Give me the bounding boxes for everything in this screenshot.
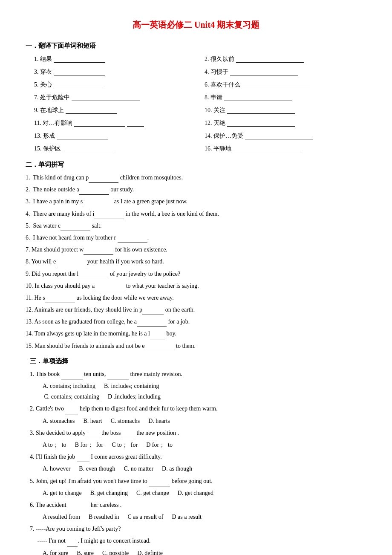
spell-item: 14. Tom always gets up late in the morni… bbox=[26, 328, 366, 339]
mcq-options: A. contains; including B. includes; cont… bbox=[43, 381, 366, 402]
vocab-item: 4. 习惯于 bbox=[205, 66, 366, 78]
vocab-item: 14. 保护…免受 bbox=[205, 130, 366, 142]
spell-item: 4. There are many kinds of i in the worl… bbox=[26, 208, 366, 219]
page-title: 高一英语必修二 Unit4 期末复习题 bbox=[26, 17, 366, 32]
vocab-item: 9. 在地球上 bbox=[34, 104, 196, 116]
vocab-item: 7. 处于危险中 bbox=[34, 92, 196, 104]
spell-item: 6. I have not heard from my brother r . bbox=[26, 232, 366, 243]
vocab-item: 12. 灭绝 bbox=[205, 117, 366, 129]
spell-item: 8. You will e your health if you work so… bbox=[26, 256, 366, 267]
vocab-item: 15. 保护区 bbox=[34, 143, 196, 155]
spell-item: 15. Man should be friends to animals and… bbox=[26, 341, 366, 351]
spell-item: 10. In class you should pay a to what yo… bbox=[26, 280, 366, 291]
section1: 一．翻译下面单词和短语 1. 结果 2. 很久以前 3. 穿衣 4. 习惯于 5… bbox=[26, 40, 366, 155]
section2-title: 二．单词拼写 bbox=[26, 159, 366, 171]
mcq-options: A to； to B for； for C to； for D for； to bbox=[43, 439, 366, 450]
mcq-options: A. however B. even though C. no matter D… bbox=[43, 463, 366, 474]
mcq-question: 6. The accident her careless . bbox=[30, 500, 366, 510]
vocab-item: 1. 结果 bbox=[34, 53, 196, 65]
mcq-question: 7. -----Are you coming to Jeff's party? bbox=[30, 523, 366, 534]
vocab-item: 8. 申请 bbox=[205, 92, 366, 104]
vocab-item: 13. 形成 bbox=[34, 130, 196, 142]
mcq-question: 2. Cattle's two help them to digest food… bbox=[30, 403, 366, 414]
vocab-item: 11. 对…有影响 bbox=[34, 117, 196, 129]
mcq-question: 5. John, get up! I'm afraid you won't ha… bbox=[30, 476, 366, 486]
spell-item: 1. This kind of drug can p children from… bbox=[26, 172, 366, 183]
section1-title: 一．翻译下面单词和短语 bbox=[26, 40, 366, 52]
mcq-options: A. for sure B. sure C. possible D. defin… bbox=[43, 548, 366, 555]
mcq-sub: ----- I'm not . I might go to concert in… bbox=[30, 535, 366, 546]
vocab-item: 6. 喜欢干什么 bbox=[205, 79, 366, 91]
mcq-options: A resulted from B resulted in C as a res… bbox=[43, 512, 366, 522]
vocab-item: 5. 关心 bbox=[34, 79, 196, 91]
vocab-grid: 1. 结果 2. 很久以前 3. 穿衣 4. 习惯于 5. 关心 6. 喜欢干什… bbox=[34, 53, 366, 155]
spell-item: 12. Animals are our friends, they should… bbox=[26, 304, 366, 315]
vocab-item: 3. 穿衣 bbox=[34, 66, 196, 78]
section3-title: 三．单项选择 bbox=[30, 356, 366, 367]
mcq-options: A. get to change B. get changing C. get … bbox=[43, 488, 366, 498]
spell-item: 2. The noise outside a our study. bbox=[26, 184, 366, 195]
mcq-question: 1. This book ten units, three mainly rev… bbox=[30, 369, 366, 379]
spell-item: 13. As soon as he graduated from college… bbox=[26, 316, 366, 327]
mcq-question: 3. She decided to apply the boss the new… bbox=[30, 428, 366, 438]
spell-item: 7. Man should protect w for his own exis… bbox=[26, 244, 366, 255]
spell-item: 9. Did you report the l of your jewelry … bbox=[26, 269, 366, 279]
mcq-question: 4. I'll finish the job I come across gre… bbox=[30, 451, 366, 462]
vocab-item: 16. 平静地 bbox=[205, 143, 366, 155]
vocab-item: 10. 关注 bbox=[205, 104, 366, 116]
spell-item: 5. Sea water c salt. bbox=[26, 220, 366, 231]
section2: 二．单词拼写 1. This kind of drug can p childr… bbox=[26, 159, 366, 351]
spell-item: 11. He s us locking the door while we we… bbox=[26, 292, 366, 303]
mcq-options: A. stomaches B. heart C. stomachs D. hea… bbox=[43, 416, 366, 426]
section3: 三．单项选择 1. This book ten units, three mai… bbox=[30, 356, 366, 555]
spell-item: 3. I have a pain in my s as I ate a gree… bbox=[26, 196, 366, 207]
vocab-item: 2. 很久以前 bbox=[205, 53, 366, 65]
